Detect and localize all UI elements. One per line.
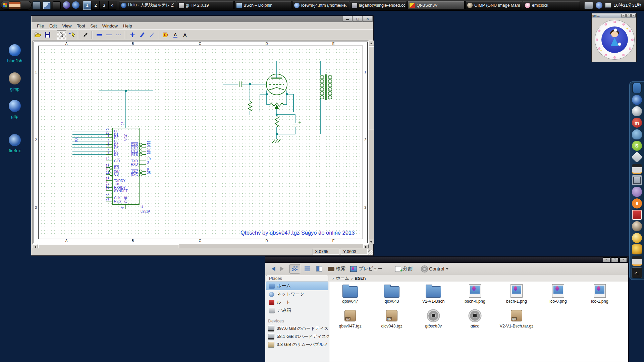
device-hdd[interactable]: 397.6 GiB のハードディス bbox=[265, 324, 329, 333]
gimp-icon[interactable] bbox=[632, 221, 642, 231]
menu-set[interactable]: Set bbox=[88, 23, 100, 29]
task-button[interactable]: emiclock bbox=[523, 1, 580, 9]
file-item[interactable]: lco-1.png bbox=[579, 284, 621, 304]
file-item[interactable]: bsch-1.png bbox=[496, 284, 537, 304]
minimize-button[interactable]: ▬ bbox=[343, 16, 352, 22]
file-item[interactable]: qbsv047 bbox=[329, 284, 371, 304]
vertical-scroll-thumb[interactable] bbox=[369, 46, 374, 130]
text-tool-button[interactable]: A bbox=[180, 31, 190, 39]
start-button[interactable] bbox=[1, 1, 32, 10]
video-editor-2-icon[interactable] bbox=[632, 256, 642, 266]
columns-view-button[interactable] bbox=[314, 264, 324, 273]
line-dashed-tool-button[interactable] bbox=[114, 31, 123, 39]
desktop-icon-gimp[interactable]: gimp bbox=[3, 72, 27, 92]
maximize-button[interactable]: ▢ bbox=[353, 16, 362, 22]
breadcrumb-home[interactable]: ホーム bbox=[336, 275, 349, 281]
forward-button[interactable] bbox=[279, 265, 287, 273]
icons-view-button[interactable] bbox=[289, 264, 300, 274]
firefox-icon[interactable] bbox=[72, 1, 79, 9]
slash-thick-tool-button[interactable] bbox=[138, 31, 147, 39]
back-button[interactable] bbox=[268, 265, 277, 273]
task-button[interactable]: icewm-j4.htm (/home/ke... bbox=[292, 1, 349, 9]
scroll-up-button[interactable] bbox=[369, 41, 374, 46]
workspace-button-1[interactable]: 1 bbox=[83, 1, 91, 10]
scroll-down-button[interactable] bbox=[369, 239, 374, 244]
line-thick-tool-button[interactable] bbox=[95, 31, 104, 39]
desktop-icon-bluefish[interactable]: bluefish bbox=[3, 44, 27, 63]
device-usb[interactable]: 3.8 GiB のリムーバブルメ bbox=[265, 341, 329, 349]
resize-grip[interactable] bbox=[368, 250, 373, 255]
horse-game-icon[interactable] bbox=[632, 187, 642, 197]
device-hdd[interactable]: 58.1 GiB のハードディスク bbox=[265, 333, 329, 341]
maximize-button[interactable]: □ bbox=[611, 257, 619, 262]
emiclock-titlebar[interactable]: emi... – □ × bbox=[592, 13, 636, 18]
skype-icon[interactable]: S bbox=[632, 141, 642, 151]
media-m-icon[interactable]: m bbox=[632, 118, 642, 128]
part-tool-button[interactable] bbox=[67, 31, 76, 39]
workspace-button-2[interactable]: 2 bbox=[92, 1, 100, 10]
task-button[interactable]: BSch – Dolphin bbox=[234, 1, 291, 9]
task-button[interactable]: GIMP (GNU Image Manipu... bbox=[465, 1, 522, 9]
task-button[interactable]: gFTP 2.0.19 bbox=[177, 1, 234, 9]
video-editor-icon[interactable] bbox=[632, 164, 642, 174]
dolphin-titlebar[interactable]: – □ × bbox=[265, 257, 628, 263]
place-trash[interactable]: ごみ箱 bbox=[266, 306, 328, 314]
schematic-canvas[interactable]: AABBCCDDEE112233 bbox=[33, 41, 369, 244]
split-button[interactable]: 分割 bbox=[394, 266, 414, 272]
bluefish-whale-icon[interactable] bbox=[632, 129, 642, 139]
menu-edit[interactable]: Edit bbox=[47, 23, 59, 29]
dark-square-icon[interactable] bbox=[53, 1, 61, 9]
file-item[interactable]: lco-0.png bbox=[537, 284, 579, 304]
mozilla-sphere-icon[interactable] bbox=[63, 1, 70, 9]
inkscape-icon[interactable] bbox=[631, 152, 643, 163]
preview-button[interactable]: プレビュー bbox=[349, 266, 384, 272]
task-button[interactable]: lagarto@single-ended.co... bbox=[350, 1, 407, 9]
close-button[interactable]: × bbox=[620, 257, 627, 262]
pdf-reader-icon[interactable] bbox=[632, 210, 642, 220]
file-item[interactable]: bsch-0.png bbox=[454, 284, 496, 304]
blender-icon[interactable] bbox=[632, 198, 642, 208]
workspace-pager-icon[interactable] bbox=[632, 83, 642, 93]
wire-tool-button[interactable] bbox=[81, 31, 90, 39]
menu-view[interactable]: View bbox=[59, 23, 74, 29]
minimize-button[interactable]: – bbox=[621, 14, 626, 17]
bsch3v-titlebar[interactable]: ▬ ▢ ✕ bbox=[32, 16, 373, 22]
select-tool-button[interactable] bbox=[57, 31, 66, 40]
file-view[interactable]: qbsv047qlcv043V2-V1-Bschbsch-0.pngbsch-1… bbox=[329, 282, 628, 362]
office-icon[interactable] bbox=[632, 244, 642, 254]
menu-help[interactable]: Help bbox=[120, 23, 135, 29]
web-globe-icon[interactable] bbox=[632, 106, 642, 116]
file-item[interactable]: tgzV2-V1-Bsch.tar.gz bbox=[496, 309, 537, 329]
workspace-button-4[interactable]: 4 bbox=[108, 1, 116, 10]
windows-icon[interactable] bbox=[43, 1, 51, 9]
art-orb-icon[interactable] bbox=[632, 233, 642, 243]
tag-tool-button[interactable]: D bbox=[161, 31, 170, 39]
file-item[interactable]: qtbsch3v bbox=[413, 309, 454, 329]
maximize-button[interactable]: □ bbox=[626, 14, 631, 17]
open-button[interactable] bbox=[33, 31, 42, 39]
place-root[interactable]: ルート bbox=[266, 298, 328, 306]
place-network[interactable]: ネットワーク bbox=[266, 290, 328, 298]
save-button[interactable] bbox=[43, 31, 52, 39]
task-button[interactable]: Hulu - 人気映画やテレビ... bbox=[119, 1, 176, 9]
vertical-scrollbar[interactable] bbox=[369, 41, 374, 244]
display-settings-icon[interactable] bbox=[632, 175, 642, 185]
desktop-icon-firefox[interactable]: firefox bbox=[3, 134, 27, 153]
swirl-tray-icon[interactable] bbox=[596, 2, 602, 9]
monitor-icon[interactable] bbox=[33, 1, 41, 9]
menu-tool[interactable]: Tool bbox=[74, 23, 88, 29]
workspace-button-3[interactable]: 3 bbox=[100, 1, 108, 10]
slash-thin-tool-button[interactable] bbox=[147, 31, 156, 39]
menu-window[interactable]: Window bbox=[100, 23, 120, 29]
control-button[interactable]: Control bbox=[420, 266, 450, 272]
minimize-button[interactable]: – bbox=[603, 257, 610, 262]
file-item[interactable]: V2-V1-Bsch bbox=[413, 284, 454, 304]
terminal-icon[interactable]: >_ bbox=[632, 267, 642, 278]
file-item[interactable]: tgzqlcv043.tgz bbox=[371, 309, 413, 329]
file-item[interactable]: qlcv043 bbox=[371, 284, 413, 304]
breadcrumb-current[interactable]: BSch bbox=[355, 276, 366, 281]
place-home[interactable]: ホーム bbox=[266, 282, 328, 290]
breadcrumb[interactable]: › ホーム › BSch bbox=[332, 275, 366, 282]
task-button[interactable]: Qt-BSch3V bbox=[408, 1, 465, 9]
file-item[interactable]: qtlco bbox=[454, 309, 496, 329]
